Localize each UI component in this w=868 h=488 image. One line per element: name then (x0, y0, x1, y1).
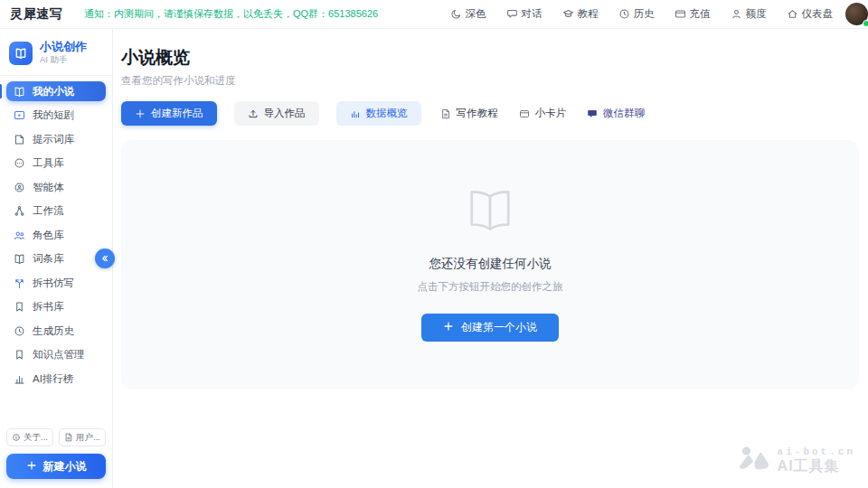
watermark-url: ai-bot.cn (778, 446, 855, 458)
app-logo: 灵犀速写 (10, 6, 62, 23)
topnav-item-recharge[interactable]: 充值 (675, 7, 711, 21)
sidebar-item-entry-library[interactable]: 词条库 (6, 249, 106, 269)
topnav-item-dark-mode[interactable]: 深色 (450, 7, 486, 21)
chat-circle-icon (14, 157, 25, 169)
sidebar-item-label: AI排行榜 (33, 372, 73, 386)
bookmark-icon (14, 349, 25, 361)
sidebar-item-label: 角色库 (33, 229, 64, 242)
video-icon (14, 109, 25, 121)
sidebar-item-workflow[interactable]: 工作流 (6, 202, 106, 221)
clock-icon (14, 325, 25, 337)
topnav-label-quota: 额度 (746, 7, 767, 21)
sidebar-item-knowledge-management[interactable]: 知识点管理 (6, 345, 106, 365)
wechat-group-button[interactable]: 微信群聊 (585, 101, 646, 126)
page-subtitle: 查看您的写作小说和进度 (121, 74, 859, 88)
sidebar-item-label: 我的小说 (33, 85, 74, 99)
topnav-item-history[interactable]: 历史 (618, 7, 655, 21)
topnav-item-dashboard[interactable]: 仪表盘 (787, 7, 834, 21)
sidebar-item-prompt-library[interactable]: 提示词库 (6, 129, 106, 149)
empty-state-title: 您还没有创建任何小说 (429, 256, 552, 272)
sidebar-item-label: 工作流 (33, 204, 64, 218)
sidebar-divider (0, 75, 112, 76)
user-agreement-button[interactable]: 用户... (59, 428, 106, 446)
notice-text: 通知：内测期间，请谨慎保存数据，以免丢失，QQ群：651385626 (84, 7, 378, 21)
empty-state-card: 您还没有创建任何小说 点击下方按钮开始您的创作之旅 创建第一个小说 (121, 140, 859, 389)
create-new-work-label: 创建新作品 (151, 107, 203, 120)
sidebar-item-ai-ranking[interactable]: AI排行榜 (6, 369, 106, 389)
topbar: 灵犀速写 通知：内测期间，请谨慎保存数据，以免丢失，QQ群：651385626 … (0, 0, 868, 29)
sidebar-item-label: 拆书仿写 (33, 277, 74, 290)
agent-icon (14, 182, 25, 193)
new-novel-button[interactable]: 新建小说 (6, 454, 106, 479)
sidebar-item-book-analysis[interactable]: 拆书仿写 (6, 273, 106, 293)
clock-icon (618, 8, 630, 20)
chevrons-left-icon (99, 253, 110, 264)
sidebar-app-title: 小说创作 (40, 40, 87, 54)
topnav-label-dashboard: 仪表盘 (802, 7, 834, 21)
sidebar-item-generation-history[interactable]: 生成历史 (6, 321, 106, 341)
create-first-novel-button[interactable]: 创建第一个小说 (421, 314, 559, 342)
topnav-label-recharge: 充值 (690, 7, 711, 21)
sidebar-footer-buttons: 关于...用户... (6, 428, 106, 446)
sidebar-item-tool-library[interactable]: 工具库 (6, 154, 106, 174)
watermark: ai-bot.cn AI工具集 (738, 446, 855, 476)
topnav-label-tutorial: 教程 (578, 7, 599, 21)
ai-bot-logo-icon (738, 446, 770, 476)
sidebar-item-label: 工具库 (33, 156, 64, 170)
sidebar-item-my-short-dramas[interactable]: 我的短剧 (6, 106, 106, 126)
import-work-button[interactable]: 导入作品 (234, 101, 319, 126)
user-icon (731, 8, 742, 20)
import-icon (248, 108, 259, 119)
sidebar-item-character-library[interactable]: 角色库 (6, 225, 106, 245)
wechat-group-label: 微信群聊 (603, 107, 645, 120)
sidebar-collapse-button[interactable] (95, 249, 115, 268)
sidebar-item-agents[interactable]: 智能体 (6, 177, 106, 197)
data-overview-label: 数据概览 (366, 107, 408, 120)
sidebar-footer: 关于...用户... 新建小说 (0, 421, 112, 488)
about-button[interactable]: 关于... (6, 428, 53, 446)
main-content: 小说概览 查看您的写作小说和进度 创建新作品导入作品数据概览写作教程小卡片微信群… (113, 29, 868, 488)
create-new-work-button[interactable]: 创建新作品 (121, 101, 217, 126)
topnav-item-tutorial[interactable]: 教程 (562, 7, 599, 21)
new-novel-label: 新建小说 (43, 459, 87, 474)
workflow-icon (14, 205, 25, 217)
card-mini-icon (519, 108, 530, 119)
topnav: 深色对话教程历史充值额度仪表盘 (450, 7, 834, 21)
info-icon (12, 433, 21, 442)
chat-icon (506, 8, 518, 20)
plus-icon (443, 321, 454, 332)
page-title: 小说概览 (121, 46, 859, 70)
empty-state-subtitle: 点击下方按钮开始您的创作之旅 (418, 280, 563, 294)
moon-icon (450, 8, 462, 20)
writing-tutorial-button[interactable]: 写作教程 (439, 101, 500, 126)
topnav-label-dialogue: 对话 (522, 7, 542, 21)
toolbar: 创建新作品导入作品数据概览写作教程小卡片微信群聊 (121, 101, 859, 126)
small-card-button[interactable]: 小卡片 (517, 101, 569, 126)
sidebar-item-my-novels[interactable]: 我的小说 (6, 81, 106, 101)
watermark-name: AI工具集 (778, 458, 855, 474)
topnav-item-quota[interactable]: 额度 (731, 7, 767, 21)
book-open-icon (14, 47, 27, 60)
sidebar-item-label: 知识点管理 (33, 348, 85, 361)
sidebar-items: 我的小说我的短剧提示词库工具库智能体工作流角色库词条库拆书仿写拆书库生成历史知识… (0, 81, 112, 421)
split-icon (14, 277, 25, 289)
chat-filled-icon (587, 108, 598, 119)
open-book-large-icon (464, 189, 516, 234)
topnav-item-dialogue[interactable]: 对话 (506, 7, 542, 21)
plus-icon (135, 108, 146, 119)
sidebar-item-book-library[interactable]: 拆书库 (6, 297, 106, 317)
data-overview-button[interactable]: 数据概览 (336, 101, 421, 126)
user-agreement-label: 用户... (76, 432, 100, 444)
card-icon (675, 8, 686, 20)
online-status-dot (863, 20, 868, 27)
cap-icon (562, 8, 574, 20)
small-card-label: 小卡片 (535, 107, 567, 120)
sidebar-app-subtitle: AI 助手 (40, 54, 87, 66)
doc-icon (64, 433, 73, 442)
about-label: 关于... (24, 432, 48, 444)
sidebar-item-label: 拆书库 (33, 300, 64, 314)
user-avatar[interactable] (845, 3, 868, 25)
sidebar-item-label: 词条库 (33, 252, 64, 266)
import-work-label: 导入作品 (264, 107, 306, 120)
sidebar-item-label: 智能体 (33, 181, 64, 194)
